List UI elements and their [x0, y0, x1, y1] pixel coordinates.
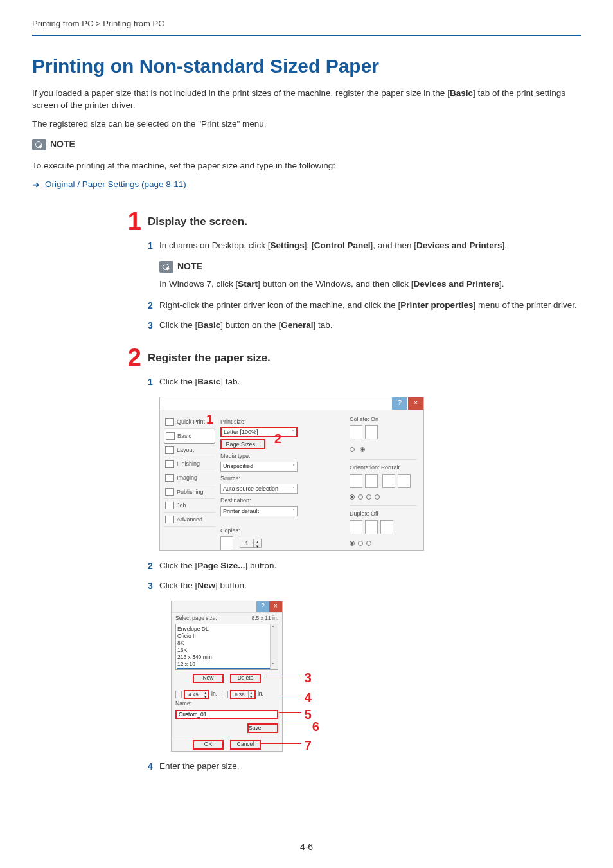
note-label: NOTE — [50, 138, 75, 151]
orientation-status: Orientation: Portrait — [350, 464, 417, 472]
t: Advanced — [177, 516, 202, 524]
duplex-icon — [350, 520, 362, 534]
list-item[interactable]: Custom_01 — [177, 668, 276, 670]
height-spinner[interactable]: 6.38▴▾ — [230, 690, 256, 699]
callout-7: 7 — [305, 736, 312, 754]
page-size-list[interactable]: Envelope DL Oficio II 8K 16K 216 x 340 m… — [175, 624, 278, 670]
t: Control Panel — [314, 240, 371, 250]
media-type-select[interactable]: Unspecified˅ — [220, 462, 298, 472]
collate-icon — [350, 425, 362, 439]
tab-publishing[interactable]: Publishing — [164, 485, 215, 500]
t: Enter the paper size. — [159, 761, 581, 773]
spinner-arrows[interactable]: ▴▾ — [253, 539, 261, 547]
t: Click the [ — [159, 377, 197, 386]
collate-status: Collate: On — [350, 415, 417, 424]
list-item[interactable]: Envelope DL — [177, 626, 276, 633]
radio[interactable] — [350, 494, 355, 500]
print-size-select[interactable]: Letter [100%]˅ — [220, 427, 298, 437]
chevron-down-icon: ˅ — [292, 485, 295, 493]
step1-sub1: 1 In charms on Desktop, click [Settings]… — [148, 240, 581, 253]
t: ] button. — [245, 561, 277, 570]
t: Publishing — [177, 488, 204, 496]
list-item[interactable]: 16K — [177, 647, 276, 654]
step-1-header: 1 Display the screen. — [32, 209, 581, 233]
radio[interactable] — [366, 541, 371, 546]
radio[interactable] — [350, 541, 355, 546]
t: New — [197, 581, 215, 590]
tab-advanced[interactable]: Advanced — [164, 513, 215, 527]
radio[interactable] — [350, 447, 355, 452]
page-icon — [165, 460, 174, 468]
width-spinner[interactable]: 4.49▴▾ — [184, 690, 209, 699]
scrollbar[interactable] — [270, 624, 278, 669]
list-item[interactable]: 216 x 340 mm — [177, 654, 276, 661]
ok-button[interactable]: OK — [193, 740, 224, 750]
t: Basic — [197, 377, 220, 386]
source-select[interactable]: Auto source selection˅ — [220, 484, 298, 494]
t: ] button on the [ — [220, 320, 281, 330]
radio[interactable] — [360, 447, 365, 452]
delete-button[interactable]: Delete — [230, 674, 261, 683]
help-button[interactable]: ? — [392, 397, 407, 410]
name-input[interactable] — [175, 710, 278, 719]
list-item[interactable]: 8K — [177, 640, 276, 647]
t: ], and then [ — [371, 240, 416, 250]
leader-line — [279, 712, 301, 713]
copies-spinner[interactable]: 1 ▴▾ — [240, 539, 262, 548]
n: 2 — [148, 300, 159, 312]
destination-select[interactable]: Printer default˅ — [220, 506, 298, 516]
xref-link[interactable]: Original / Paper Settings (page 8-11) — [45, 179, 186, 191]
close-button[interactable]: × — [269, 601, 282, 612]
callout-6: 6 — [312, 718, 319, 736]
arrows[interactable]: ▴▾ — [202, 691, 208, 698]
n: 3 — [148, 580, 159, 593]
tab-basic[interactable]: Basic — [164, 429, 215, 444]
t: Select page size: — [175, 615, 217, 622]
tab-job[interactable]: Job — [164, 499, 215, 513]
t: General — [281, 320, 313, 330]
callout-3: 3 — [305, 669, 312, 687]
cancel-button[interactable]: Cancel — [230, 740, 261, 750]
radio[interactable] — [375, 494, 380, 500]
page-icon — [166, 432, 175, 440]
t: Basic — [450, 88, 473, 98]
copies-icon — [220, 536, 233, 550]
close-button[interactable]: × — [408, 397, 423, 410]
t: Page Size... — [197, 561, 245, 570]
n: 2 — [148, 560, 159, 573]
name-label: Name: — [175, 700, 278, 708]
callout-5: 5 — [305, 705, 312, 723]
tab-finishing[interactable]: Finishing — [164, 457, 215, 471]
t: In charms on Desktop, click [Settings], … — [159, 240, 581, 252]
radio[interactable] — [366, 494, 371, 500]
arrows[interactable]: ▴▾ — [248, 691, 254, 698]
t: Devices and Printers — [413, 279, 499, 289]
step2-sub2: 2 Click the [Page Size...] button. — [148, 560, 581, 573]
orient-icon — [382, 474, 395, 488]
radio[interactable] — [358, 494, 363, 500]
duplex-icon — [365, 520, 378, 534]
leader-line — [266, 676, 301, 676]
step1-note: NOTE In Windows 7, click [Start] button … — [159, 260, 581, 291]
unit: in. — [211, 691, 217, 698]
list-item[interactable]: Oficio II — [177, 633, 276, 640]
step1-sub3: 3 Click the [Basic] button on the [Gener… — [148, 320, 581, 332]
radio[interactable] — [358, 541, 363, 546]
leader-line — [279, 725, 310, 725]
step-2-num: 2 — [116, 345, 141, 370]
help-button[interactable]: ? — [256, 601, 269, 612]
list-item[interactable]: 12 x 18 — [177, 661, 276, 668]
tab-layout[interactable]: Layout — [164, 444, 215, 458]
save-button[interactable]: Save — [247, 723, 278, 733]
new-button[interactable]: New — [193, 674, 224, 683]
duplex-status: Duplex: Off — [350, 510, 417, 518]
tab-imaging[interactable]: Imaging — [164, 471, 215, 485]
dim: 8.5 x 11 in. — [251, 615, 278, 622]
v: Unspecified — [223, 462, 253, 471]
t: Start — [238, 279, 258, 289]
v: Printer default — [223, 507, 259, 516]
page-number: 4-6 — [0, 841, 613, 854]
t: Right-click the printer driver icon of t… — [159, 300, 400, 310]
page-sizes-button[interactable]: Page Sizes... — [220, 439, 265, 449]
step-1-body: 1 In charms on Desktop, click [Settings]… — [148, 240, 581, 332]
